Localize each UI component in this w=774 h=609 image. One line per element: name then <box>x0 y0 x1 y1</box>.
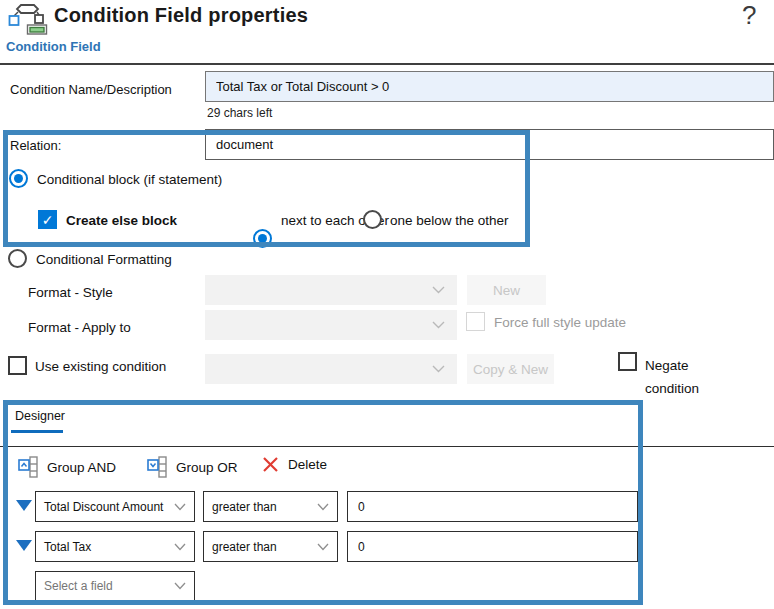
condition-field-properties-dialog: Condition Field properties ? Condition F… <box>0 0 774 609</box>
negate-condition-label: Negate condition <box>645 355 711 401</box>
chevron-down-icon <box>174 503 186 511</box>
operator-dropdown-row2-value: greater than <box>212 540 317 554</box>
one-below-other-label: one below the other <box>390 213 509 228</box>
section-heading: Condition Field <box>6 39 101 54</box>
help-icon[interactable]: ? <box>742 0 756 31</box>
use-existing-condition-checkbox[interactable] <box>8 356 27 375</box>
format-style-dropdown <box>205 275 457 305</box>
tab-designer[interactable]: Designer <box>15 409 65 423</box>
chevron-down-icon <box>317 543 329 551</box>
field-dropdown-row1[interactable]: Total Discount Amount <box>35 491 195 522</box>
operator-dropdown-row1-value: greater than <box>212 500 317 514</box>
tabstrip-divider <box>0 446 774 447</box>
format-apply-dropdown <box>205 310 457 340</box>
chevron-down-icon <box>317 503 329 511</box>
conditional-formatting-radio[interactable] <box>8 249 27 268</box>
value-input-row1[interactable] <box>347 491 638 522</box>
group-and-label: Group AND <box>47 460 116 475</box>
expand-caret-icon[interactable] <box>16 540 32 551</box>
chevron-down-icon <box>432 286 445 294</box>
select-field-placeholder: Select a field <box>44 579 174 593</box>
field-dropdown-row1-value: Total Discount Amount <box>44 500 174 514</box>
flowchart-condition-icon <box>8 3 48 35</box>
conditional-block-label: Conditional block (if statement) <box>37 172 222 187</box>
force-full-style-checkbox <box>466 312 485 331</box>
create-else-checkbox[interactable]: ✓ <box>38 210 57 229</box>
use-existing-condition-label: Use existing condition <box>35 359 166 374</box>
chevron-down-icon <box>174 543 186 551</box>
force-full-style-label: Force full style update <box>494 315 626 330</box>
operator-dropdown-row1[interactable]: greater than <box>203 491 338 522</box>
operator-dropdown-row2[interactable]: greater than <box>203 531 338 562</box>
delete-button[interactable]: Delete <box>262 456 327 473</box>
group-or-label: Group OR <box>176 460 238 475</box>
new-button: New <box>467 275 546 305</box>
page-title: Condition Field properties <box>54 4 308 27</box>
conditional-block-radio[interactable] <box>9 169 28 188</box>
copy-new-button: Copy & New <box>467 354 554 384</box>
field-dropdown-row2[interactable]: Total Tax <box>35 531 195 562</box>
select-field-dropdown[interactable]: Select a field <box>35 571 195 601</box>
condition-name-input[interactable] <box>205 71 774 102</box>
field-dropdown-row2-value: Total Tax <box>44 540 174 554</box>
group-or-icon <box>147 456 167 478</box>
relation-input[interactable] <box>205 129 774 160</box>
create-else-label: Create else block <box>66 213 177 228</box>
relation-label: Relation: <box>10 138 61 153</box>
conditional-formatting-label: Conditional Formatting <box>36 252 172 267</box>
section-divider <box>0 63 774 65</box>
group-and-button[interactable]: Group AND <box>18 456 116 478</box>
negate-condition-checkbox[interactable] <box>618 352 637 371</box>
format-apply-label: Format - Apply to <box>28 320 131 335</box>
delete-label: Delete <box>288 457 327 472</box>
next-to-each-other-radio[interactable] <box>253 229 272 248</box>
group-or-button[interactable]: Group OR <box>147 456 238 478</box>
chevron-down-icon <box>432 365 445 373</box>
one-below-other-radio[interactable] <box>363 210 382 229</box>
group-and-icon <box>18 456 38 478</box>
expand-caret-icon[interactable] <box>16 500 32 511</box>
chevron-down-icon <box>174 582 186 590</box>
existing-condition-dropdown <box>205 354 457 384</box>
tab-active-indicator <box>11 430 63 433</box>
condition-name-label: Condition Name/Description <box>10 82 172 97</box>
format-style-label: Format - Style <box>28 285 113 300</box>
value-input-row2[interactable] <box>347 531 638 562</box>
chars-left-text: 29 chars left <box>207 106 272 120</box>
chevron-down-icon <box>432 321 445 329</box>
delete-x-icon <box>262 456 279 473</box>
